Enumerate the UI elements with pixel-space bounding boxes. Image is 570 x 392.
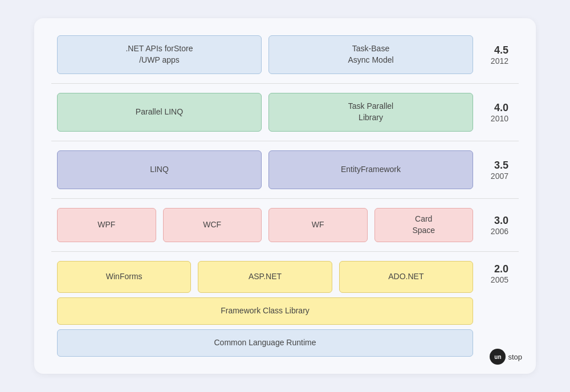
box-wpf: WPF [57,208,156,242]
box-task-parallel: Task ParallelLibrary [268,93,473,132]
sep-3 [51,198,519,199]
row-2-0-wrapper: WinForms ASP.NET ADO.NET Framework Class… [57,261,513,357]
ver-year-3-5: 2007 [491,172,508,181]
box-task-base: Task-BaseAsync Model [268,35,473,74]
ver-year-4-0: 2010 [491,114,508,123]
logo-icon: un [490,349,506,365]
box-net-apis: .NET APIs forStore/UWP apps [57,35,262,74]
boxes-4-5: .NET APIs forStore/UWP apps Task-BaseAsy… [57,35,473,74]
ver-num-3-5: 3.5 [494,160,508,172]
ver-num-4-5: 4.5 [494,44,508,56]
box-fcl: Framework Class Library [57,297,473,325]
box-adonet: ADO.NET [339,261,473,293]
sep-4 [51,251,519,252]
box-aspnet: ASP.NET [198,261,332,293]
boxes-3-5: LINQ EntityFramework [57,150,473,189]
ver-year-3-0: 2006 [491,227,508,236]
version-4-5: 4.5 2012 [473,44,513,66]
version-3-0: 3.0 2006 [473,215,513,236]
boxes-3-0: WPF WCF WF CardSpace [57,208,473,242]
version-3-5: 3.5 2007 [473,160,513,181]
sep-2 [51,141,519,141]
box-linq: LINQ [57,150,262,189]
box-parallel-linq: Parallel LINQ [57,93,262,132]
box-winforms: WinForms [57,261,191,293]
ver-num-4-0: 4.0 [494,102,508,114]
sep-1 [51,83,519,84]
row-4-5: .NET APIs forStore/UWP apps Task-BaseAsy… [57,35,513,74]
boxes-4-0: Parallel LINQ Task ParallelLibrary [57,93,473,132]
row-3-0: WPF WCF WF CardSpace 3.0 2006 [57,208,513,242]
row-2-0-top: WinForms ASP.NET ADO.NET [57,261,473,293]
ver-year-4-5: 2012 [491,56,508,66]
logo: un stop [490,349,522,365]
version-4-0: 4.0 2010 [473,102,513,123]
row-4-0: Parallel LINQ Task ParallelLibrary 4.0 2… [57,93,513,132]
box-wcf: WCF [163,208,262,242]
box-card-space: CardSpace [374,208,474,242]
ver-num-2-0: 2.0 [494,263,508,275]
box-clr: Common Language Runtime [57,329,473,357]
box-entity-framework: EntityFramework [268,150,473,189]
row-2-0-inner: WinForms ASP.NET ADO.NET Framework Class… [57,261,473,357]
row-3-5: LINQ EntityFramework 3.5 2007 [57,150,513,189]
version-2-0: 2.0 2005 [473,261,513,284]
ver-year-2-0: 2005 [491,275,508,284]
diagram: .NET APIs forStore/UWP apps Task-BaseAsy… [34,18,536,374]
logo-text: stop [508,353,522,361]
box-wf: WF [268,208,368,242]
ver-num-3-0: 3.0 [494,215,508,227]
